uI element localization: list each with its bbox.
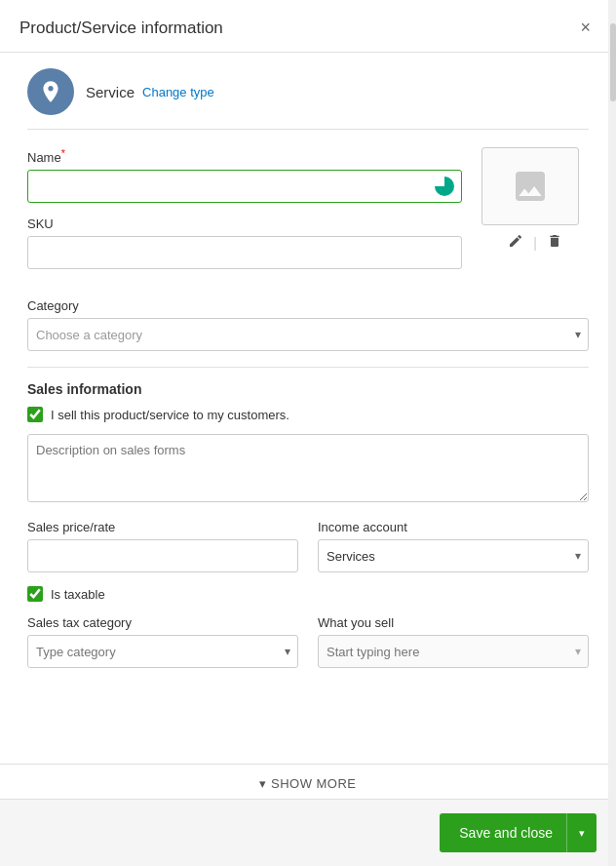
service-icon [27, 68, 74, 115]
taxable-label: Is taxable [51, 587, 105, 602]
show-more-chevron-icon: ▾ [259, 776, 267, 791]
modal-body: Service Change type Name* SKU [0, 53, 616, 754]
type-category-wrapper: ▾ [27, 635, 298, 668]
name-loading-indicator [435, 177, 454, 196]
category-row: Category Choose a category ▾ [27, 298, 589, 351]
sell-checkbox-row: I sell this product/service to my custom… [27, 407, 589, 422]
save-close-arrow-icon[interactable]: ▾ [567, 813, 597, 852]
delete-image-button[interactable] [545, 231, 564, 254]
image-actions-divider: | [533, 235, 537, 251]
pencil-icon [508, 233, 523, 249]
modal-header: Product/Service information × [0, 0, 616, 53]
scrollbar-thumb[interactable] [610, 23, 616, 101]
taxable-row: Is taxable [27, 586, 589, 602]
what-you-sell-wrapper: ▾ [318, 635, 589, 668]
taxable-checkbox[interactable] [27, 586, 43, 602]
price-input[interactable] [27, 539, 298, 572]
close-button[interactable]: × [574, 16, 597, 40]
income-select[interactable]: Services [318, 539, 589, 572]
form-left: Name* SKU [27, 147, 462, 283]
section-divider-1 [27, 367, 589, 368]
type-category-input[interactable] [27, 635, 298, 668]
trash-icon [547, 233, 562, 249]
sku-input[interactable] [27, 236, 462, 269]
modal-footer: Save and close ▾ [0, 799, 616, 866]
what-you-sell-col: What you sell ▾ [318, 615, 589, 668]
price-income-row: Sales price/rate Income account Services… [27, 520, 589, 572]
save-close-button[interactable]: Save and close ▾ [440, 813, 597, 852]
category-label: Category [27, 298, 589, 313]
image-actions: | [481, 231, 589, 254]
scrollbar-track[interactable] [608, 0, 616, 866]
sku-label: SKU [27, 216, 462, 231]
image-placeholder [481, 147, 579, 225]
change-type-link[interactable]: Change type [142, 85, 214, 99]
income-col: Income account Services ▾ [318, 520, 589, 572]
category-select[interactable]: Choose a category [27, 318, 589, 351]
edit-image-button[interactable] [506, 231, 525, 254]
tax-category-col: Sales tax category ▾ [27, 615, 298, 668]
name-field-wrapper [27, 170, 462, 203]
modal-container: Product/Service information × Service Ch… [0, 0, 616, 866]
what-you-sell-input [318, 635, 589, 668]
building-icon [38, 79, 63, 104]
sell-checkbox-label: I sell this product/service to my custom… [51, 408, 289, 422]
price-col: Sales price/rate [27, 520, 298, 572]
name-label: Name* [27, 147, 462, 165]
sales-info-section: Sales information I sell this product/se… [27, 381, 589, 668]
price-label: Sales price/rate [27, 520, 298, 534]
service-type-label: Service [86, 84, 135, 100]
income-select-wrapper: Services ▾ [318, 539, 589, 572]
sell-checkbox[interactable] [27, 407, 43, 422]
what-you-sell-label: What you sell [318, 615, 589, 630]
save-close-label: Save and close [459, 825, 566, 841]
income-label: Income account [318, 520, 589, 534]
show-more-label: SHOW MORE [271, 776, 357, 791]
sales-section-title: Sales information [27, 381, 589, 397]
sales-tax-row: Sales tax category ▾ What you sell ▾ [27, 615, 589, 668]
image-icon [511, 167, 550, 206]
service-type-row: Service Change type [27, 68, 589, 130]
category-select-wrapper: Choose a category ▾ [27, 318, 589, 351]
description-textarea[interactable] [27, 434, 589, 502]
show-more-section: ▾ SHOW MORE [0, 764, 616, 799]
modal-title: Product/Service information [19, 19, 223, 38]
name-image-section: Name* SKU [27, 147, 589, 283]
tax-category-label: Sales tax category [27, 615, 298, 630]
name-input[interactable] [27, 170, 462, 203]
form-right: | [481, 147, 589, 254]
show-more-button[interactable]: ▾ SHOW MORE [259, 776, 356, 791]
